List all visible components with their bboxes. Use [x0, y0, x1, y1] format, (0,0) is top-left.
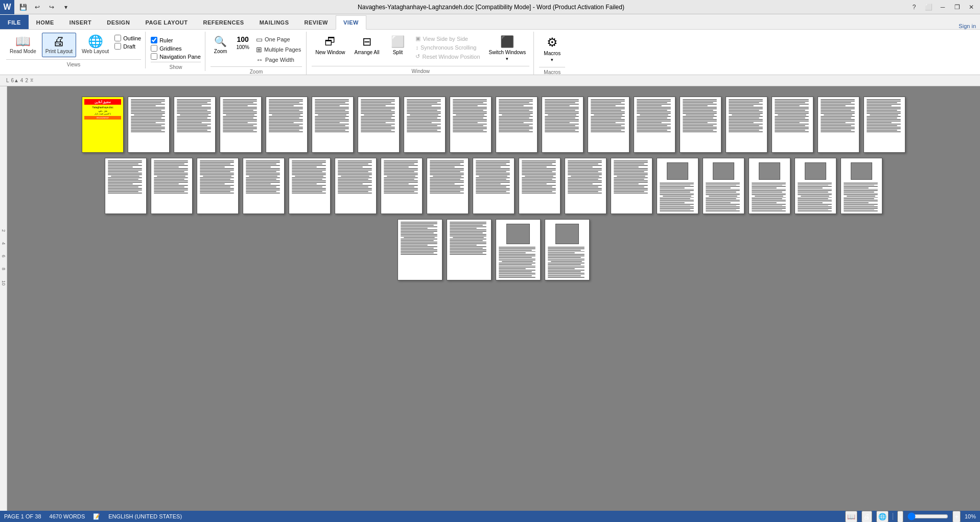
save-button[interactable]: 💾 — [16, 2, 30, 13]
gridlines-checkbox[interactable]: Gridlines — [151, 45, 201, 52]
zoom-out-button[interactable]: - — [897, 511, 903, 523]
doc-page[interactable] — [795, 158, 836, 214]
tab-home[interactable]: HOME — [29, 15, 62, 29]
navigation-pane-check[interactable] — [151, 53, 157, 60]
doc-page[interactable] — [105, 158, 147, 214]
multiple-pages-button[interactable]: ⊞ Multiple Pages — [255, 45, 302, 54]
page-1[interactable]: تحقیق آنلاین Yataghanhaye.doc فایل دانلو… — [82, 97, 124, 153]
outline-check[interactable] — [114, 35, 121, 41]
tab-file[interactable]: FILE — [0, 15, 29, 29]
doc-page[interactable] — [473, 158, 515, 214]
help-button[interactable]: ? — [907, 2, 921, 13]
doc-page[interactable] — [588, 97, 629, 153]
undo-button[interactable]: ↩ — [31, 2, 44, 13]
reset-window-position-button[interactable]: ↺ Reset Window Position — [414, 53, 481, 60]
view-side-by-side-button[interactable]: ▣ View Side by Side — [414, 35, 481, 42]
zoom-100-button[interactable]: 100 100% — [232, 33, 253, 53]
doc-page[interactable] — [749, 158, 790, 214]
minimize-button[interactable]: ─ — [936, 2, 949, 13]
doc-page[interactable] — [447, 219, 492, 280]
print-layout-button[interactable]: 🖨 Print Layout — [42, 33, 76, 57]
navigation-pane-checkbox[interactable]: Navigation Pane — [151, 53, 201, 60]
print-layout-view-button[interactable]: 🖨 — [861, 511, 872, 523]
read-mode-view-button[interactable]: 📖 — [845, 511, 857, 523]
doc-page[interactable] — [496, 219, 541, 280]
ruler-handle[interactable]: ⧖ — [30, 78, 33, 83]
doc-page[interactable] — [818, 97, 859, 153]
split-button[interactable]: ⬜ Split — [385, 33, 410, 58]
doc-page[interactable] — [197, 158, 239, 214]
doc-page[interactable] — [174, 97, 216, 153]
synchronous-scrolling-button[interactable]: ↕ Synchronous Scrolling — [414, 44, 481, 51]
zoom-slider[interactable] — [907, 513, 948, 520]
web-layout-view-button[interactable]: 🌐 — [876, 511, 889, 523]
views-group-label: Views — [6, 59, 141, 67]
tab-insert[interactable]: INSERT — [62, 15, 99, 29]
web-layout-button[interactable]: 🌐 Web Layout — [78, 33, 112, 57]
doc-page[interactable] — [404, 97, 446, 153]
gridlines-label: Gridlines — [159, 45, 181, 52]
tab-references[interactable]: REFERENCES — [196, 15, 252, 29]
ribbon-display-options[interactable]: ⬜ — [922, 2, 935, 13]
doc-page[interactable] — [726, 97, 767, 153]
one-page-button[interactable]: ▭ One Page — [255, 35, 302, 44]
draft-check[interactable] — [114, 43, 121, 50]
doc-page[interactable] — [335, 158, 377, 214]
doc-page[interactable] — [128, 97, 170, 153]
doc-page[interactable] — [151, 158, 193, 214]
doc-page[interactable] — [519, 158, 561, 214]
doc-page[interactable] — [864, 97, 905, 153]
outline-checkbox[interactable]: Outline — [114, 35, 141, 41]
tab-review[interactable]: REVIEW — [296, 15, 335, 29]
doc-page[interactable] — [358, 97, 400, 153]
arrange-all-button[interactable]: ⊟ Arrange All — [351, 33, 383, 58]
doc-page[interactable] — [680, 97, 721, 153]
zoom-in-button[interactable]: + — [952, 511, 961, 523]
ruler-check[interactable] — [151, 37, 157, 43]
doc-page[interactable] — [496, 97, 538, 153]
doc-page[interactable] — [427, 158, 469, 214]
tab-design[interactable]: DESIGN — [99, 15, 137, 29]
quick-access-dropdown[interactable]: ▾ — [59, 2, 73, 13]
close-button[interactable]: ✕ — [965, 2, 978, 13]
doc-page[interactable] — [312, 97, 354, 153]
tab-mailings[interactable]: MAILINGS — [252, 15, 297, 29]
restore-button[interactable]: ❐ — [950, 2, 964, 13]
doc-page[interactable] — [841, 158, 882, 214]
doc-page[interactable] — [381, 158, 423, 214]
page-width-button[interactable]: ↔ Page Width — [255, 55, 302, 64]
gridlines-check[interactable] — [151, 45, 157, 52]
sign-in-link[interactable]: Sign in — [959, 23, 976, 29]
document-canvas[interactable]: تحقیق آنلاین Yataghanhaye.doc فایل دانلو… — [7, 86, 980, 511]
doc-page[interactable] — [545, 219, 590, 280]
macros-button[interactable]: ⚙ Macros ▾ — [539, 33, 565, 65]
redo-button[interactable]: ↪ — [45, 2, 58, 13]
doc-page[interactable] — [450, 97, 492, 153]
switch-windows-button[interactable]: ⬛ Switch Windows ▾ — [485, 33, 530, 64]
tab-view[interactable]: VIEW — [336, 15, 366, 30]
doc-page[interactable] — [634, 97, 675, 153]
page-info-text: PAGE 1 OF 38 — [4, 513, 41, 519]
doc-page[interactable] — [772, 97, 813, 153]
doc-page[interactable] — [289, 158, 331, 214]
doc-page[interactable] — [243, 158, 285, 214]
proofing-icon[interactable]: 📝 — [93, 513, 100, 520]
doc-page[interactable] — [398, 219, 442, 280]
ruler-checkbox[interactable]: Ruler — [151, 37, 201, 43]
language[interactable]: ENGLISH (UNITED STATES) — [108, 513, 182, 519]
doc-page[interactable] — [565, 158, 606, 214]
doc-page[interactable] — [611, 158, 652, 214]
tab-page-layout[interactable]: PAGE LAYOUT — [137, 15, 195, 29]
new-window-button[interactable]: 🗗 New Window — [312, 33, 348, 58]
print-layout-label: Print Layout — [45, 49, 73, 55]
doc-page[interactable] — [542, 97, 584, 153]
zoom-button[interactable]: 🔍 Zoom — [211, 33, 231, 57]
page-width-label: Page Width — [265, 57, 294, 63]
doc-page[interactable] — [220, 97, 262, 153]
doc-page[interactable] — [703, 158, 744, 214]
doc-page[interactable] — [657, 158, 698, 214]
view-side-by-side-label: View Side by Side — [423, 36, 468, 42]
read-mode-button[interactable]: 📖 Read Mode — [6, 33, 40, 57]
doc-page[interactable] — [266, 97, 308, 153]
draft-checkbox[interactable]: Draft — [114, 43, 141, 50]
